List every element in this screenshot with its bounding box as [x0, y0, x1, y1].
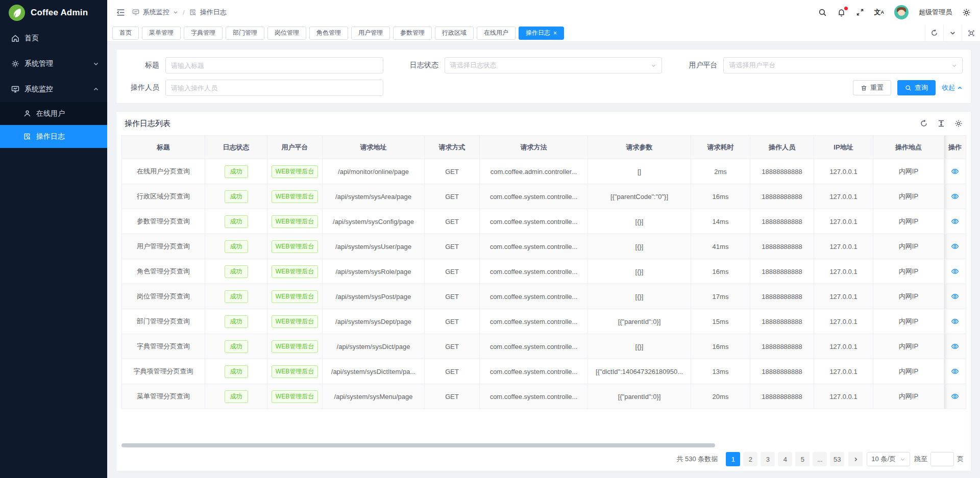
- tabs-chevron-down-icon[interactable]: [943, 24, 962, 42]
- jump-page-suffix: 页: [957, 455, 964, 464]
- sidebar-item-online-users[interactable]: 在线用户: [0, 102, 107, 125]
- sidebar-item-label: 首页: [24, 34, 99, 43]
- table-row: 字典项管理分页查询成功WEB管理后台/api/system/sysDictIte…: [122, 359, 966, 384]
- reset-button[interactable]: 重置: [853, 80, 891, 95]
- main-area: 系统监控 / 操作日志 文A: [107, 0, 980, 478]
- tab-6[interactable]: 用户管理: [351, 27, 390, 40]
- tabs-maximize-icon[interactable]: [962, 24, 980, 42]
- title-input[interactable]: [171, 62, 378, 69]
- sidebar-item-system-monitor[interactable]: 系统监控: [0, 77, 107, 102]
- view-detail-eye-icon[interactable]: [951, 242, 959, 250]
- table-row: 在线用户分页查询成功WEB管理后台/api/monitor/online/pag…: [122, 159, 966, 184]
- page-button-1[interactable]: 1: [726, 452, 740, 466]
- status-badge: 成功: [225, 215, 248, 228]
- table-refresh-icon[interactable]: [920, 119, 928, 128]
- cell-platform: WEB管理后台: [267, 234, 323, 259]
- platform-badge: WEB管理后台: [272, 165, 318, 178]
- page-size-select[interactable]: 10 条/页: [867, 452, 910, 466]
- view-detail-eye-icon[interactable]: [951, 292, 959, 300]
- column-settings-gear-icon[interactable]: [954, 119, 963, 128]
- query-button-label: 查询: [915, 83, 928, 92]
- view-detail-eye-icon[interactable]: [951, 342, 959, 350]
- sidebar-item-home[interactable]: 首页: [0, 26, 107, 51]
- sidebar-item-operation-log[interactable]: 操作日志: [0, 125, 107, 148]
- cell-handler: com.coffee.admin.controller...: [480, 159, 588, 184]
- tab-7[interactable]: 参数管理: [393, 27, 432, 40]
- view-detail-eye-icon[interactable]: [951, 167, 959, 175]
- operator-input[interactable]: [171, 84, 378, 92]
- cell-actions: [944, 209, 966, 234]
- sidebar-collapse-icon[interactable]: [116, 8, 125, 17]
- status-badge: 成功: [225, 365, 248, 378]
- cell-operator: 18888888888: [750, 284, 814, 309]
- avatar[interactable]: [894, 5, 909, 19]
- page-button-5[interactable]: 5: [795, 452, 810, 466]
- page-button-2[interactable]: 2: [743, 452, 757, 466]
- translate-icon[interactable]: 文A: [874, 8, 885, 17]
- sidebar-submenu: 在线用户 操作日志: [0, 102, 107, 148]
- tab-9[interactable]: 在线用户: [477, 27, 516, 40]
- tab-1[interactable]: 菜单管理: [142, 27, 181, 40]
- user-platform-select[interactable]: 请选择用户平台: [723, 57, 963, 73]
- view-detail-eye-icon[interactable]: [951, 317, 959, 325]
- page-size-value: 10 条/页: [871, 455, 896, 464]
- app-logo[interactable]: Coffee Admin: [0, 0, 107, 26]
- cell-title: 字典管理分页查询: [122, 334, 205, 359]
- cell-operator: 18888888888: [750, 184, 814, 209]
- sidebar-item-label: 操作日志: [36, 132, 99, 141]
- page-ellipsis[interactable]: ...: [813, 452, 827, 466]
- row-density-icon[interactable]: [937, 119, 945, 128]
- view-detail-eye-icon[interactable]: [951, 217, 959, 225]
- breadcrumb-chevron-down-icon[interactable]: [173, 10, 178, 15]
- fullscreen-icon[interactable]: [856, 8, 864, 16]
- log-status-select[interactable]: 请选择日志状态: [445, 57, 663, 73]
- tab-3[interactable]: 部门管理: [226, 27, 264, 40]
- query-button[interactable]: 查询: [897, 80, 936, 95]
- cell-location: 内网IP: [873, 234, 944, 259]
- cell-status: 成功: [205, 284, 267, 309]
- search-icon[interactable]: [818, 8, 827, 17]
- cell-operator: 18888888888: [750, 334, 814, 359]
- horizontal-scrollbar[interactable]: [121, 443, 715, 447]
- tab-10[interactable]: 操作日志×: [519, 27, 564, 40]
- view-detail-eye-icon[interactable]: [951, 267, 959, 275]
- breadcrumb-separator: /: [182, 9, 186, 16]
- view-detail-eye-icon[interactable]: [951, 367, 959, 375]
- page-button-3[interactable]: 3: [761, 452, 775, 466]
- tab-0[interactable]: 首页: [112, 27, 139, 40]
- breadcrumb-level1[interactable]: 系统监控: [143, 8, 169, 17]
- user-name[interactable]: 超级管理员: [919, 8, 952, 17]
- table-row: 角色管理分页查询成功WEB管理后台/api/system/sysRole/pag…: [122, 259, 966, 284]
- tab-2[interactable]: 字典管理: [184, 27, 223, 40]
- cell-params: [{}]: [588, 234, 691, 259]
- cell-actions: [944, 234, 966, 259]
- cell-duration: 13ms: [691, 359, 750, 384]
- cell-status: 成功: [205, 359, 267, 384]
- next-page-button[interactable]: [848, 452, 863, 466]
- jump-to-page-input[interactable]: [930, 452, 954, 466]
- sidebar-item-system-management[interactable]: 系统管理: [0, 51, 107, 77]
- notification-bell-icon[interactable]: [837, 8, 846, 17]
- view-detail-eye-icon[interactable]: [951, 392, 959, 400]
- tab-8[interactable]: 行政区域: [435, 27, 474, 40]
- tabs-refresh-icon[interactable]: [925, 24, 943, 42]
- breadcrumb-level2: 操作日志: [200, 8, 227, 17]
- collapse-filter-link[interactable]: 收起: [942, 83, 963, 92]
- cell-platform: WEB管理后台: [267, 209, 323, 234]
- page-button-4[interactable]: 4: [778, 452, 792, 466]
- tab-label: 菜单管理: [149, 29, 174, 37]
- tab-5[interactable]: 角色管理: [309, 27, 348, 40]
- view-detail-eye-icon[interactable]: [951, 192, 959, 200]
- cell-actions: [944, 334, 966, 359]
- tab-4[interactable]: 岗位管理: [267, 27, 306, 40]
- monitor-icon: [11, 85, 19, 93]
- cell-ip: 127.0.0.1: [814, 284, 873, 309]
- page-button-53[interactable]: 53: [830, 452, 844, 466]
- settings-gear-icon[interactable]: [962, 8, 971, 17]
- cell-duration: 20ms: [691, 384, 750, 409]
- leaf-logo-icon: [8, 4, 26, 21]
- cell-params: [{"parentId":0}]: [588, 384, 691, 409]
- tab-close-icon[interactable]: ×: [553, 30, 557, 36]
- operator-field-label: 操作人员: [116, 83, 165, 92]
- cell-operator: 18888888888: [750, 359, 814, 384]
